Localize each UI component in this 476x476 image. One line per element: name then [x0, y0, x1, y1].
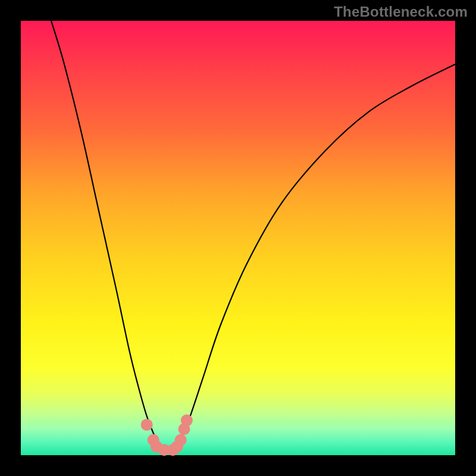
- marker-dot: [175, 434, 187, 446]
- marker-dot: [181, 415, 193, 427]
- plot-area: [21, 21, 455, 455]
- watermark-text: TheBottleneck.com: [334, 4, 468, 20]
- chart-frame: TheBottleneck.com: [0, 0, 476, 476]
- chart-svg: [21, 21, 455, 455]
- bottleneck-curve: [51, 21, 455, 452]
- marker-dot: [141, 419, 153, 431]
- marker-group: [141, 415, 193, 456]
